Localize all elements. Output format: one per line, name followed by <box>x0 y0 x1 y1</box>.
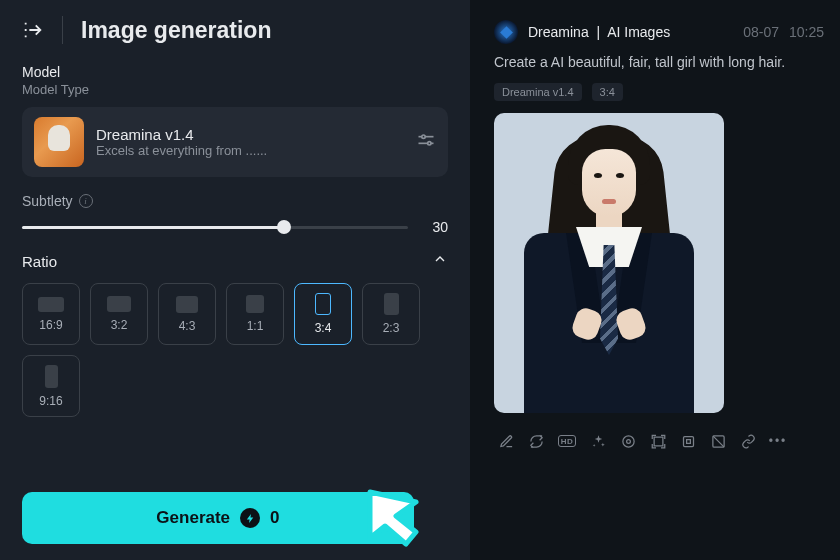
ratio-shape <box>38 297 64 312</box>
ratio-option-9-16[interactable]: 9:16 <box>22 355 80 417</box>
svg-rect-6 <box>654 437 663 446</box>
ratio-option-16-9[interactable]: 16:9 <box>22 283 80 345</box>
generate-cost: 0 <box>270 508 279 528</box>
ratio-shape <box>384 293 399 315</box>
svg-rect-8 <box>686 439 690 443</box>
post-date: 08-07 <box>743 24 779 40</box>
ratio-shape <box>315 293 331 315</box>
ratio-label-text: 3:4 <box>315 321 332 335</box>
ratio-label-text: 9:16 <box>39 394 62 408</box>
svg-point-2 <box>422 135 425 138</box>
ratio-shape <box>107 296 131 312</box>
more-icon[interactable]: ••• <box>770 433 786 449</box>
post-prompt: Create a AI beautiful, fair, tall girl w… <box>494 52 824 73</box>
expand-icon[interactable] <box>650 433 666 449</box>
ratio-label-text: 1:1 <box>247 319 264 333</box>
ratio-label-text: 3:2 <box>111 318 128 332</box>
subtlety-slider[interactable] <box>22 226 408 229</box>
remove-bg-icon[interactable] <box>710 433 726 449</box>
svg-point-3 <box>428 142 431 145</box>
model-type-label: Model Type <box>22 82 448 97</box>
ratio-option-3-4[interactable]: 3:4 <box>294 283 352 345</box>
ratio-label: Ratio <box>22 253 57 270</box>
svg-rect-7 <box>683 436 693 446</box>
ratio-label-text: 2:3 <box>383 321 400 335</box>
subtlety-label: Subtlety <box>22 193 73 209</box>
model-name: Dreamina v1.4 <box>96 126 404 143</box>
ratio-shape <box>45 365 58 388</box>
model-section-label: Model <box>22 64 448 80</box>
model-thumbnail <box>34 117 84 167</box>
lightning-icon <box>240 508 260 528</box>
sparkle-icon[interactable] <box>590 433 606 449</box>
subtlety-value: 30 <box>424 219 448 235</box>
ratio-shape <box>246 295 264 313</box>
link-icon[interactable] <box>740 433 756 449</box>
author-avatar <box>494 20 518 44</box>
svg-point-4 <box>622 435 633 446</box>
hd-icon[interactable]: HD <box>558 435 576 447</box>
chevron-up-icon[interactable] <box>432 251 448 271</box>
ratio-shape <box>176 296 198 313</box>
ratio-option-3-2[interactable]: 3:2 <box>90 283 148 345</box>
svg-point-5 <box>626 439 630 443</box>
edit-icon[interactable] <box>498 433 514 449</box>
generate-label: Generate <box>156 508 230 528</box>
ratio-option-2-3[interactable]: 2:3 <box>362 283 420 345</box>
ratio-label-text: 16:9 <box>39 318 62 332</box>
post-tag: Dreamina v1.4 <box>494 83 582 101</box>
post-time: 10:25 <box>789 24 824 40</box>
page-title: Image generation <box>81 17 271 44</box>
model-description: Excels at everything from ...... <box>96 143 404 158</box>
ratio-option-4-3[interactable]: 4:3 <box>158 283 216 345</box>
info-icon[interactable]: i <box>79 194 93 208</box>
sliders-icon[interactable] <box>416 130 436 154</box>
panel-toggle-icon[interactable] <box>22 19 44 41</box>
divider <box>62 16 63 44</box>
replace-icon[interactable] <box>620 433 636 449</box>
generate-button[interactable]: Generate 0 <box>22 492 414 544</box>
model-selector[interactable]: Dreamina v1.4 Excels at everything from … <box>22 107 448 177</box>
retry-icon[interactable] <box>528 433 544 449</box>
generated-image[interactable] <box>494 113 724 413</box>
post-author: Dreamina | AI Images <box>528 24 670 40</box>
ratio-label-text: 4:3 <box>179 319 196 333</box>
post-tag: 3:4 <box>592 83 623 101</box>
crop-icon[interactable] <box>680 433 696 449</box>
ratio-option-1-1[interactable]: 1:1 <box>226 283 284 345</box>
